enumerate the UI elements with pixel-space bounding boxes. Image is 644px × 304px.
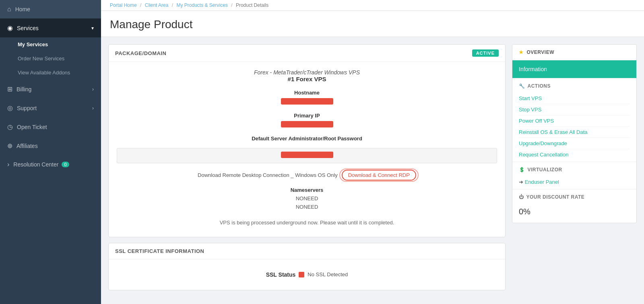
chevron-right-support-icon: › — [92, 105, 94, 111]
ssl-card-header: SSL CERTIFICATE INFORMATION — [109, 243, 505, 259]
sidebar-item-support[interactable]: ◎ Support › — [0, 99, 101, 117]
virtualizor-section: 💲 VIRTUALIZOR ➜ Enduser Panel — [512, 162, 636, 189]
order-services-label: Order New Services — [18, 55, 64, 62]
primary-ip-block: Primary IP — [117, 113, 497, 129]
main-panel: PACKAGE/DOMAIN ACTIVE Forex - MetaTrader… — [108, 44, 506, 297]
nameserver2: NONEED — [117, 203, 497, 212]
package-card-header: PACKAGE/DOMAIN ACTIVE — [109, 45, 505, 62]
ssl-card-body: SSL Status No SSL Detected — [109, 259, 505, 290]
password-redacted — [281, 152, 333, 158]
main-content: Portal Home / Client Area / My Products … — [101, 0, 644, 304]
breadcrumb-product-details: Product Details — [236, 2, 268, 8]
product-subtitle: Forex - MetaTrader/cTrader Windows VPS — [117, 69, 497, 76]
sidebar-item-affiliates[interactable]: ⊕ Affiliates — [0, 136, 101, 155]
sidebar-item-home[interactable]: ⌂ Home — [0, 0, 101, 18]
stop-vps-link[interactable]: Stop VPS — [519, 104, 630, 115]
ticket-icon: ◷ — [7, 123, 13, 131]
right-panel: ★ OVERVIEW Information 🔧 ACTIONS Start V… — [512, 44, 637, 297]
primary-ip-redacted — [281, 121, 333, 127]
my-services-label: My Services — [18, 41, 48, 47]
ssl-status-value: No SSL Detected — [308, 271, 348, 277]
sidebar-services-label: Services — [17, 25, 39, 31]
primary-ip-label: Primary IP — [117, 113, 497, 119]
resolution-badge: 0 — [62, 162, 69, 167]
actions-title: 🔧 ACTIONS — [519, 83, 630, 89]
breadcrumb: Portal Home / Client Area / My Products … — [101, 0, 644, 11]
password-field — [117, 148, 497, 163]
discount-value: 0% — [519, 204, 630, 221]
content-area: PACKAGE/DOMAIN ACTIVE Forex - MetaTrader… — [101, 37, 644, 304]
overview-header: ★ OVERVIEW — [512, 45, 636, 60]
page-title: Manage Product — [110, 18, 635, 31]
actions-section: 🔧 ACTIONS Start VPS Stop VPS Power Off V… — [512, 78, 636, 162]
overview-label: OVERVIEW — [527, 49, 554, 55]
power-icon: ⏻ — [519, 194, 524, 200]
ssl-section-label: SSL CERTIFICATE INFORMATION — [115, 248, 204, 254]
package-card-body: Forex - MetaTrader/cTrader Windows VPS #… — [109, 62, 505, 237]
overview-card: ★ OVERVIEW Information 🔧 ACTIONS Start V… — [512, 44, 637, 223]
hostname-redacted — [281, 98, 333, 105]
sidebar-item-billing[interactable]: ⊞ Billing › — [0, 80, 101, 99]
nameserver1: NONEED — [117, 195, 497, 203]
services-icon: ◉ — [7, 24, 13, 32]
sidebar-item-my-services[interactable]: My Services — [0, 37, 101, 51]
ssl-card: SSL CERTIFICATE INFORMATION SSL Status N… — [108, 243, 506, 290]
sidebar-item-order-services[interactable]: Order New Services — [0, 51, 101, 66]
sep2: / — [172, 2, 173, 8]
support-icon: ◎ — [7, 104, 13, 112]
breadcrumb-my-products[interactable]: My Products & Services — [176, 2, 227, 8]
start-vps-link[interactable]: Start VPS — [519, 93, 630, 104]
nameservers-label: Nameservers — [117, 187, 497, 193]
reinstall-os-link[interactable]: Reinstall OS & Erase All Data — [519, 127, 630, 138]
open-ticket-label: Open Ticket — [17, 124, 47, 130]
sidebar-item-view-addons[interactable]: View Available Addons — [0, 66, 101, 80]
discount-label: YOUR DISCOUNT RATE — [526, 194, 585, 200]
discount-section: ⏻ YOUR DISCOUNT RATE 0% — [512, 189, 636, 223]
breadcrumb-portal-home[interactable]: Portal Home — [110, 2, 137, 8]
ssl-status-row: SSL Status No SSL Detected — [117, 267, 497, 283]
resolution-center-label: Resolution Center — [13, 161, 58, 168]
hostname-block: Hostname — [117, 90, 497, 106]
sep3: / — [231, 2, 232, 8]
chevron-down-icon: ▾ — [91, 25, 94, 31]
sidebar-home-label: Home — [15, 6, 30, 12]
sidebar-item-resolution-center[interactable]: › Resolution Center 0 — [0, 155, 101, 174]
information-tab[interactable]: Information — [512, 60, 636, 78]
sidebar-item-services[interactable]: ◉ Services ▾ — [0, 18, 101, 37]
package-section-label: PACKAGE/DOMAIN — [115, 50, 166, 56]
home-icon: ⌂ — [7, 6, 11, 13]
sep1: / — [140, 2, 141, 8]
page-header: Manage Product — [101, 11, 644, 37]
star-icon: ★ — [519, 49, 524, 55]
upgrade-downgrade-link[interactable]: Upgrade/Downgrade — [519, 138, 630, 149]
rdp-button[interactable]: Download & Connect RDP — [342, 170, 416, 181]
chevron-right-billing-icon: › — [92, 86, 94, 92]
nameservers-block: Nameservers NONEED NONEED — [117, 187, 497, 212]
request-cancellation-link[interactable]: Request Cancellation — [519, 149, 630, 160]
virtualizor-title: 💲 VIRTUALIZOR — [519, 167, 630, 173]
affiliates-label: Affiliates — [17, 143, 38, 149]
status-badge: ACTIVE — [472, 49, 499, 57]
vps-notice: VPS is being processed underground now. … — [117, 217, 497, 230]
power-off-vps-link[interactable]: Power Off VPS — [519, 115, 630, 127]
enduser-panel-link[interactable]: ➜ Enduser Panel — [519, 177, 630, 187]
billing-label: Billing — [17, 86, 31, 92]
enduser-panel-text: Enduser Panel — [525, 179, 559, 185]
sidebar-item-open-ticket[interactable]: ◷ Open Ticket — [0, 117, 101, 136]
arrow-right-icon: ➜ — [519, 179, 523, 185]
password-label: Default Server Administrator/Root Passwo… — [117, 136, 497, 142]
resolution-icon: › — [7, 161, 9, 168]
sidebar: ⌂ Home ◉ Services ▾ My Services Order Ne… — [0, 0, 101, 304]
hostname-label: Hostname — [117, 90, 497, 96]
actions-label: ACTIONS — [528, 83, 551, 89]
support-label: Support — [17, 105, 37, 111]
rdp-prefix-text: Download Remote Desktop Connection _ Win… — [198, 172, 338, 178]
password-block: Default Server Administrator/Root Passwo… — [117, 136, 497, 142]
product-name: #1 Forex VPS — [117, 76, 497, 82]
view-addons-label: View Available Addons — [18, 70, 70, 76]
rdp-row: Download Remote Desktop Connection _ Win… — [117, 170, 497, 181]
wrench-icon: 🔧 — [519, 83, 525, 89]
discount-title: ⏻ YOUR DISCOUNT RATE — [519, 194, 630, 200]
virtualizor-label: VIRTUALIZOR — [528, 167, 562, 173]
breadcrumb-client-area[interactable]: Client Area — [145, 2, 169, 8]
